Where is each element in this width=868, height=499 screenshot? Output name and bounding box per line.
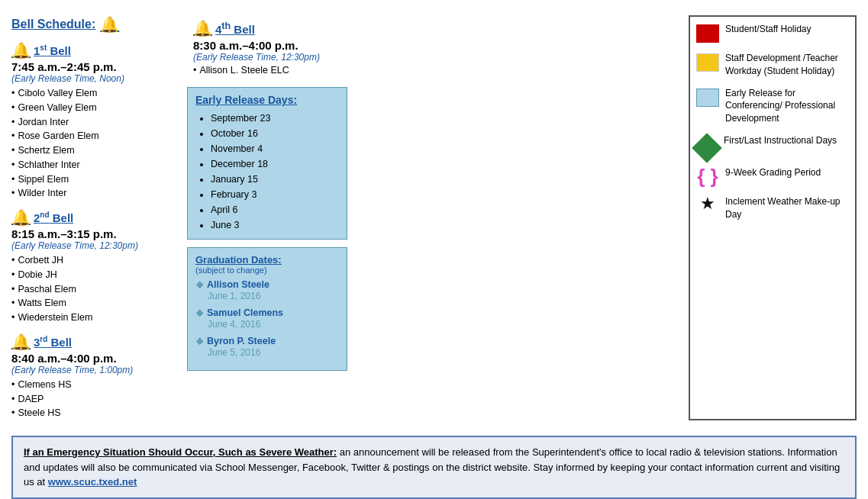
bell-4-name: 🔔 4th Bell: [193, 19, 341, 37]
list-item: June 3: [211, 217, 339, 233]
list-item: October 16: [211, 126, 339, 141]
diamond-swatch: [692, 133, 722, 163]
bell-2-name: 🔔 2nd Bell: [11, 208, 179, 227]
list-item: April 6: [211, 202, 339, 217]
yellow-swatch: [696, 53, 719, 72]
bell-1: 🔔 1st Bell 7:45 a.m.–2:45 p.m. (Early Re…: [11, 41, 179, 201]
early-release-box: Early Release Days: September 23 October…: [187, 87, 347, 240]
bell-3-time: 8:40 a.m.–4:00 p.m.: [11, 352, 179, 365]
list-item: Watts Elem: [11, 296, 179, 311]
bell-3-early: (Early Release Time, 1:00pm): [11, 365, 179, 375]
list-item: January 15: [211, 172, 339, 187]
emergency-footer: If an Emergency Situation Should Occur, …: [11, 436, 857, 499]
red-swatch: [696, 24, 719, 43]
spacer: [355, 15, 681, 420]
bell-4-early: (Early Release Time, 12:30pm): [193, 52, 341, 63]
list-item: Paschal Elem: [11, 282, 179, 297]
graduation-school-1: ❖ Samuel Clemens: [195, 307, 339, 319]
list-item: Wiederstein Elem: [11, 311, 179, 325]
bell-4-schools: Allison L. Steele ELC: [193, 65, 341, 76]
bell-1-schools: Cibolo Valley Elem Green Valley Elem Jor…: [11, 86, 179, 201]
diamond-icon-0: ❖: [195, 280, 204, 291]
graduation-school-0: ❖ Allison Steele: [195, 279, 339, 291]
emergency-link[interactable]: www.scuc.txed.net: [48, 476, 137, 488]
list-item: Rose Garden Elem: [11, 129, 179, 143]
star-icon: ★: [700, 195, 715, 212]
emergency-title: If an Emergency Situation Should Occur, …: [24, 446, 337, 458]
bell-icon-2: 🔔: [11, 208, 31, 227]
bell-3: 🔔 3rd Bell 8:40 a.m.–4:00 p.m. (Early Re…: [11, 333, 179, 420]
graduation-item-1: ❖ Samuel Clemens June 4, 2016: [195, 307, 339, 330]
list-item: Clemens HS: [11, 378, 179, 392]
legend-label-blue: Early Release for Conferencing/ Professi…: [725, 87, 849, 125]
bell-2: 🔔 2nd Bell 8:15 a.m.–3:15 p.m. (Early Re…: [11, 208, 179, 325]
blue-swatch: [696, 89, 719, 107]
graduation-item-2: ❖ Byron P. Steele June 5, 2016: [195, 336, 339, 358]
list-item: Corbett JH: [11, 253, 179, 268]
graduation-school-2: ❖ Byron P. Steele: [195, 336, 339, 347]
legend-item-yellow: Staff Development /Teacher Workday (Stud…: [696, 52, 849, 78]
bell-1-time: 7:45 a.m.–2:45 p.m.: [11, 60, 179, 73]
graduation-date-2: June 5, 2016: [195, 347, 339, 358]
list-item: Sippel Elem: [11, 172, 179, 187]
list-item: November 4: [211, 141, 339, 156]
graduation-date-0: June 1, 2016: [195, 291, 339, 301]
list-item: Wilder Inter: [11, 186, 179, 201]
graduation-box: Graduation Dates: (subject to change) ❖ …: [187, 247, 347, 371]
bell-icon-1: 🔔: [11, 41, 31, 60]
list-item: Schlather Inter: [11, 158, 179, 172]
legend-item-blue: Early Release for Conferencing/ Professi…: [696, 87, 849, 125]
list-item: February 3: [211, 187, 339, 202]
bell-2-time: 8:15 a.m.–3:15 p.m.: [11, 227, 179, 240]
legend-item-red: Student/Staff Holiday: [696, 23, 849, 43]
list-item: Allison L. Steele ELC: [193, 65, 341, 76]
bell-schedule-heading: Bell Schedule: 🔔: [11, 15, 179, 34]
legend-item-diamond: First/Last Instructional Days: [696, 134, 849, 157]
legend-label-bracket: 9-Week Grading Period: [725, 166, 821, 179]
early-release-list: September 23 October 16 November 4 Decem…: [195, 111, 339, 233]
list-item: Steele HS: [11, 406, 179, 420]
bell-3-schools: Clemens HS DAEP Steele HS: [11, 378, 179, 420]
graduation-title: Graduation Dates:: [195, 254, 339, 266]
early-release-title: Early Release Days:: [195, 94, 339, 106]
bell-schedule-label: Bell Schedule:: [11, 18, 95, 31]
legend-item-star: ★ Inclement Weather Make-up Day: [696, 195, 849, 221]
graduation-subtitle: (subject to change): [195, 266, 339, 275]
bell-1-early: (Early Release Time, Noon): [11, 73, 179, 84]
bracket-icon: { }: [697, 166, 718, 186]
graduation-item-0: ❖ Allison Steele June 1, 2016: [195, 279, 339, 301]
legend-label-red: Student/Staff Holiday: [725, 23, 812, 36]
bell-2-schools: Corbett JH Dobie JH Paschal Elem Watts E…: [11, 253, 179, 325]
list-item: Green Valley Elem: [11, 101, 179, 115]
bell-4: 🔔 4th Bell 8:30 a.m.–4:00 p.m. (Early Re…: [187, 15, 347, 79]
list-item: December 18: [211, 156, 339, 172]
list-item: Schertz Elem: [11, 143, 179, 158]
bell-icon-4: 🔔: [193, 19, 212, 37]
bell-icon-3: 🔔: [11, 333, 31, 351]
bell-3-name: 🔔 3rd Bell: [11, 333, 179, 351]
legend-column: Student/Staff Holiday Staff Development …: [689, 15, 857, 420]
legend-label-diamond: First/Last Instructional Days: [724, 134, 837, 147]
list-item: DAEP: [11, 392, 179, 407]
legend-item-bracket: { } 9-Week Grading Period: [696, 166, 849, 186]
legend-label-yellow: Staff Development /Teacher Workday (Stud…: [725, 52, 849, 78]
legend-label-star: Inclement Weather Make-up Day: [725, 195, 849, 221]
graduation-date-1: June 4, 2016: [195, 319, 339, 330]
middle-column: 🔔 4th Bell 8:30 a.m.–4:00 p.m. (Early Re…: [187, 15, 347, 420]
list-item: Cibolo Valley Elem: [11, 86, 179, 101]
bell-2-early: (Early Release Time, 12:30pm): [11, 240, 179, 251]
list-item: Dobie JH: [11, 268, 179, 282]
bell-1-name: 🔔 1st Bell: [11, 41, 179, 60]
page-layout: Bell Schedule: 🔔 🔔 1st Bell 7:45 a.m.–2:…: [8, 8, 860, 499]
diamond-icon-1: ❖: [195, 308, 204, 319]
list-item: Jordan Inter: [11, 115, 179, 130]
list-item: September 23: [211, 111, 339, 126]
bell-4-time: 8:30 a.m.–4:00 p.m.: [193, 39, 341, 52]
diamond-icon-2: ❖: [195, 336, 204, 347]
top-section: Bell Schedule: 🔔 🔔 1st Bell 7:45 a.m.–2:…: [8, 8, 860, 428]
bell-schedule-column: Bell Schedule: 🔔 🔔 1st Bell 7:45 a.m.–2:…: [11, 15, 179, 420]
bell-icon-heading: 🔔: [100, 15, 119, 34]
